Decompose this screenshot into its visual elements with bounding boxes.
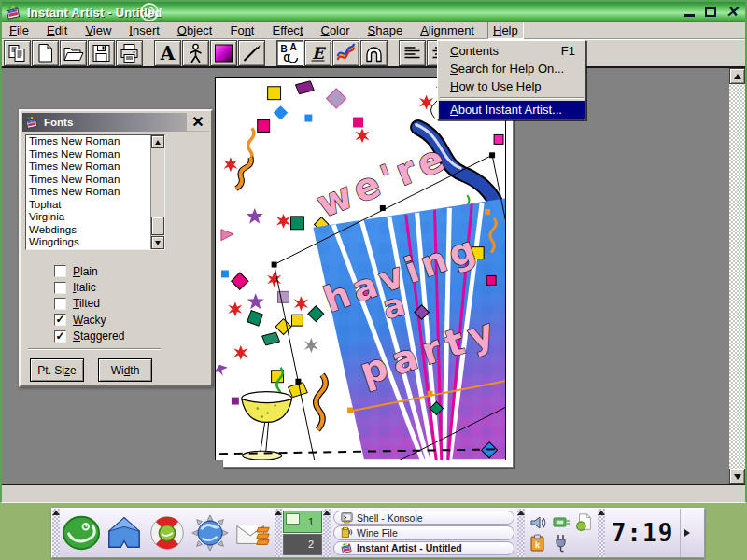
font-list-item[interactable]: Wingdings: [26, 236, 164, 249]
menu-edit[interactable]: Edit: [42, 22, 72, 38]
panel-hide-button[interactable]: [680, 509, 693, 557]
staggered-label: Staggered: [73, 329, 124, 343]
task-wine-file[interactable]: Wine File: [333, 525, 514, 539]
font-list-scroll-down[interactable]: [151, 236, 164, 249]
launcher-web-browser[interactable]: [189, 509, 232, 557]
font-list-item[interactable]: Times New Roman: [26, 135, 164, 148]
launcher-home[interactable]: [103, 509, 146, 557]
tray-power[interactable]: [552, 534, 571, 553]
font-list-item[interactable]: Webdings: [26, 224, 164, 237]
menu-shape[interactable]: Shape: [363, 22, 408, 38]
launcher-mail[interactable]: [232, 509, 275, 557]
align-left-button[interactable]: [399, 40, 426, 66]
launcher-help-center[interactable]: [146, 509, 189, 557]
pager-desktop-2[interactable]: 2: [283, 534, 322, 556]
menu-help[interactable]: Help: [487, 21, 524, 39]
fonts-palette-close-button[interactable]: ✕: [187, 113, 209, 131]
style-option-staggered[interactable]: ✓Staggered: [54, 329, 124, 344]
menu-object[interactable]: Object: [173, 22, 218, 38]
font-list-item[interactable]: Times New Roman: [26, 148, 164, 161]
minimize-button[interactable]: [680, 4, 698, 20]
style-option-tilted[interactable]: Tilted: [54, 296, 124, 312]
italic-label: Italic: [73, 281, 96, 294]
panel-handle[interactable]: [52, 509, 60, 557]
font-list-item[interactable]: Times New Roman: [26, 186, 164, 199]
font-list-item[interactable]: Times New Roman: [26, 161, 164, 174]
workspace-scrollbar[interactable]: [729, 68, 745, 484]
style-option-plain[interactable]: Plain: [54, 263, 124, 279]
pager-desktop-1[interactable]: 1: [283, 511, 322, 533]
svg-text:E: E: [312, 44, 327, 63]
menu-insert[interactable]: Insert: [124, 22, 164, 38]
checkbox-italic[interactable]: [54, 282, 66, 294]
checkbox-plain[interactable]: [54, 265, 66, 277]
print-button[interactable]: [116, 40, 143, 66]
menu-file[interactable]: File: [5, 22, 34, 38]
menu-color[interactable]: Color: [317, 22, 355, 38]
tray-klipper[interactable]: k: [529, 534, 547, 553]
taskbar-clock[interactable]: 7:19: [605, 509, 680, 557]
menu-effect[interactable]: Effect: [267, 22, 307, 38]
fill-tool-button[interactable]: [210, 40, 237, 66]
font-list-scroll-up[interactable]: [151, 135, 164, 148]
copy-button[interactable]: [4, 40, 31, 66]
shape-dialog-button[interactable]: [360, 40, 388, 66]
style-option-italic[interactable]: Italic: [54, 279, 124, 295]
help-menu-item-how-to-use-help[interactable]: How to Use Help: [439, 77, 585, 95]
titlebar[interactable]: Instant Artist - Untitled ✕: [2, 2, 745, 22]
panel-handle[interactable]: [598, 509, 605, 557]
card-page[interactable]: we're having a party: [215, 77, 506, 460]
launcher-suse-menu[interactable]: [60, 509, 103, 557]
save-button[interactable]: [88, 40, 115, 66]
panel-handle[interactable]: [275, 509, 282, 557]
color-dialog-button[interactable]: [332, 40, 359, 66]
fonts-palette-titlebar[interactable]: Fonts: [22, 113, 209, 132]
fonts-palette[interactable]: Fonts ✕ Times New RomanTimes New RomanTi…: [19, 109, 213, 387]
arrow-down-icon: [734, 474, 741, 480]
close-button[interactable]: ✕: [723, 4, 741, 20]
figure-tool-button[interactable]: [182, 40, 209, 66]
text-tool-button[interactable]: A: [154, 40, 181, 66]
fill-tool-icon: [212, 42, 235, 64]
new-document-button[interactable]: [32, 40, 59, 66]
help-menu-item-contents[interactable]: ContentsF1: [439, 42, 585, 60]
task-instant-artist[interactable]: Instant Artist - Untitled: [333, 541, 514, 555]
help-menu-item-about-instant-artist[interactable]: About Instant Artist...: [439, 101, 585, 119]
tray-quickstarter[interactable]: [575, 513, 594, 532]
checkbox-tilted[interactable]: [54, 298, 66, 310]
arrow-up-icon: [155, 140, 161, 145]
palette-button-width[interactable]: Width: [98, 358, 152, 382]
style-option-wacky[interactable]: ✓Wacky: [54, 312, 124, 328]
panel-handle[interactable]: [517, 509, 525, 557]
font-list-item[interactable]: Tophat: [26, 199, 164, 212]
scroll-down-button[interactable]: [729, 469, 745, 484]
tray-volume[interactable]: [529, 513, 547, 532]
checkbox-staggered[interactable]: ✓: [54, 330, 66, 343]
font-list-item[interactable]: Virginia: [26, 211, 164, 224]
font-list-item[interactable]: Times New Roman: [26, 174, 164, 187]
menu-alignment[interactable]: Alignment: [416, 22, 479, 38]
line-tool-button[interactable]: [238, 40, 265, 66]
effect-dialog-button[interactable]: E: [304, 40, 331, 66]
font-dialog-button[interactable]: BAC: [276, 40, 303, 66]
font-list[interactable]: Times New RomanTimes New RomanTimes New …: [25, 134, 165, 250]
statusbar: [2, 484, 745, 502]
font-list-scrollbar[interactable]: [150, 135, 164, 249]
checkbox-wacky[interactable]: ✓: [54, 314, 66, 326]
maximize-button[interactable]: [701, 4, 720, 20]
font-list-scroll-thumb[interactable]: [151, 217, 164, 235]
task-konsole[interactable]: Shell - Konsole: [333, 511, 514, 525]
style-options: PlainItalicTilted✓Wacky✓Staggered: [54, 263, 124, 344]
menu-view[interactable]: View: [80, 22, 116, 38]
open-button[interactable]: [60, 40, 87, 66]
scroll-up-button[interactable]: [729, 68, 745, 84]
menu-font[interactable]: Font: [225, 22, 259, 38]
help-menu-item-search-for-help-on[interactable]: Search for Help On...: [439, 60, 585, 77]
fonts-palette-icon: [25, 116, 39, 130]
panel-handle[interactable]: [323, 509, 331, 557]
palette-button-pt-size[interactable]: Pt. Size: [30, 358, 84, 382]
tray-network[interactable]: [552, 513, 571, 532]
pager-label: 1: [308, 516, 314, 527]
toolbar-group: A: [154, 40, 266, 66]
home-icon: [105, 513, 144, 553]
